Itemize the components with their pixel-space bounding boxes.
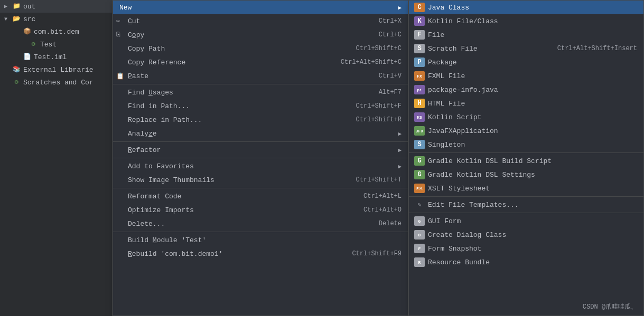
sidebar-item-src[interactable]: ▼ 📂 src [0,13,112,25]
shortcut-label: Ctrl+Shift+F [356,102,402,110]
submenu-item-label: HTML File [428,100,637,108]
submenu-item-label: Form Snapshot [428,245,637,253]
sidebar-item-libraries[interactable]: 📚 External Librarie [0,63,112,76]
menu-item-new[interactable]: New ▶ [113,1,408,14]
kotlin-icon: K [414,16,425,26]
submenu-item-form-snapshot[interactable]: F Form Snapshot [409,242,643,255]
dialog-icon: D [414,230,425,240]
watermark: CSDN @爪哇哇瓜、 [583,302,637,311]
submenu-item-label: FXML File [428,72,637,80]
menu-item-reformat[interactable]: Reformat Code Ctrl+Alt+L [113,189,408,203]
shortcut-label: Ctrl+V [379,72,402,80]
submenu-item-label: File [428,31,637,39]
folder-icon: 📁 [12,2,21,11]
menu-item-build[interactable]: Build Module 'Test' [113,233,408,247]
submenu-item-fxml[interactable]: FX FXML File [409,69,643,83]
submenu-item-java-class[interactable]: C Java Class [409,1,643,14]
submenu-item-kotlin-file[interactable]: K Kotlin File/Class [409,14,643,28]
folder-icon: 📂 [12,15,21,23]
menu-item-copy-path[interactable]: Copy Path Ctrl+Shift+C [113,42,408,55]
sidebar-item-test[interactable]: ⚙ Test [0,38,112,51]
menu-item-label: Add to Favorites [128,162,394,170]
sidebar-item-out[interactable]: ▶ 📁 out [0,0,112,13]
menu-item-thumbnails[interactable]: Show Image Thumbnails Ctrl+Shift+T [113,173,408,187]
scratch-icon: S [414,44,425,53]
arrow-right-icon: ▶ [398,147,402,154]
sidebar-item-package[interactable]: 📦 com.bit.dem [0,25,112,38]
menu-item-label: Delete... [128,220,358,228]
form-icon: F [414,244,425,253]
arrow-icon: ▼ [4,16,12,22]
menu-separator [113,188,408,188]
menu-item-refactor[interactable]: Refactor ▶ [113,143,408,157]
shortcut-label: Ctrl+Shift+F9 [352,250,402,257]
menu-item-copy[interactable]: ⎘ Copy Ctrl+C [113,28,408,42]
submenu-item-gradle-build[interactable]: G Gradle Kotlin DSL Build Script [409,154,643,168]
gradle-icon: G [414,156,425,166]
html-icon: H [414,99,425,108]
package-icon: P [414,58,425,67]
menu-item-find-usages[interactable]: Find Usages Alt+F7 [113,85,408,99]
menu-item-cut[interactable]: ✂ Cut Ctrl+X [113,14,408,28]
menu-item-delete[interactable]: Delete... Delete [113,217,408,231]
arrow-right-icon: ▶ [398,130,402,137]
submenu-item-dialog-class[interactable]: D Create Dialog Class [409,228,643,242]
submenu-item-gui-form[interactable]: G GUI Form [409,214,643,228]
submenu-item-gradle-settings[interactable]: G Gradle Kotlin DSL Settings [409,168,643,181]
file-icon: F [414,30,425,40]
sidebar: ▶ 📁 out ▼ 📂 src 📦 com.bit.dem ⚙ Test 📄 T… [0,0,113,316]
javafx-icon: JFX [414,126,425,136]
menu-item-label: Build Module 'Test' [128,236,402,244]
shortcut-label: Ctrl+C [379,31,402,39]
submenu-item-kotlin-script[interactable]: KS Kotlin Script [409,110,643,124]
submenu-item-package[interactable]: P Package [409,55,643,69]
cut-icon: ✂ [116,17,120,25]
submenu-item-label: Package [428,59,637,66]
submenu-item-xslt[interactable]: XSL XSLT Stylesheet [409,181,643,195]
shortcut-label: Ctrl+Shift+R [356,116,402,123]
xslt-icon: XSL [414,184,425,193]
sidebar-label: out [23,3,35,11]
lib-icon: 📚 [12,65,21,74]
menu-item-rebuild[interactable]: Rebuild 'com.bit.demo1' Ctrl+Shift+F9 [113,247,408,261]
menu-item-replace-path[interactable]: Replace in Path... Ctrl+Shift+R [113,113,408,127]
submenu-separator [409,196,643,197]
resource-icon: R [414,257,425,267]
submenu-item-label: Resource Bundle [428,258,637,266]
submenu-item-singleton[interactable]: S Singleton [409,138,643,151]
singleton-icon: S [414,140,425,149]
shortcut-label: Ctrl+Alt+Shift+Insert [557,45,637,52]
menu-item-label: Copy Reference [128,59,320,66]
submenu-item-file[interactable]: F File [409,28,643,42]
menu-item-copy-reference[interactable]: Copy Reference Ctrl+Alt+Shift+C [113,55,408,69]
menu-separator [113,84,408,84]
menu-item-label: Show Image Thumbnails [128,176,335,184]
menu-item-label: Find in Path... [128,102,335,110]
sidebar-item-iml[interactable]: 📄 Test.iml [0,51,112,63]
class-icon: ⚙ [29,40,38,49]
gui-icon: G [414,216,425,226]
menu-item-paste[interactable]: 📋 Paste Ctrl+V [113,69,408,83]
menu-item-label: Optimize Imports [128,206,342,214]
shortcut-label: Ctrl+Alt+Shift+C [341,59,402,66]
menu-item-analyze[interactable]: Analyze ▶ [113,127,408,140]
shortcut-label: Delete [379,220,402,227]
gradle-settings-icon: G [414,170,425,179]
arrow-icon: ▶ [4,3,12,9]
menu-item-optimize[interactable]: Optimize Imports Ctrl+Alt+O [113,203,408,217]
submenu-item-javafx[interactable]: JFX JavaFXApplication [409,124,643,138]
submenu-item-edit-templates[interactable]: ✎ Edit File Templates... [409,198,643,212]
file-icon: 📄 [22,53,32,61]
menu-item-find-path[interactable]: Find in Path... Ctrl+Shift+F [113,99,408,113]
sidebar-item-scratches[interactable]: ⚙ Scratches and Cor [0,76,112,89]
submenu-item-scratch-file[interactable]: S Scratch File Ctrl+Alt+Shift+Insert [409,42,643,55]
shortcut-label: Ctrl+Shift+C [356,45,402,52]
submenu-item-label: GUI Form [428,217,637,225]
submenu-item-html[interactable]: H HTML File [409,97,643,110]
sidebar-label: External Librarie [23,66,94,74]
arrow-right-icon: ▶ [398,163,402,170]
submenu-item-label: XSLT Stylesheet [428,185,637,193]
menu-item-favorites[interactable]: Add to Favorites ▶ [113,159,408,173]
submenu-item-resource-bundle[interactable]: R Resource Bundle [409,255,643,269]
submenu-item-package-info[interactable]: pi package-info.java [409,83,643,97]
